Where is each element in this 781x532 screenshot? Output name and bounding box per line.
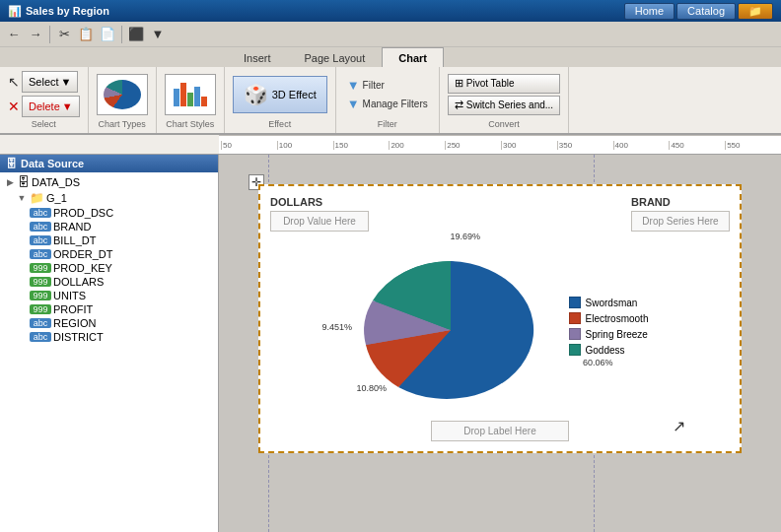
folder-icon-button[interactable]: 📁 xyxy=(738,3,773,20)
back-icon[interactable]: ← xyxy=(4,25,24,44)
home-button[interactable]: Home xyxy=(624,3,674,20)
chart-types-label: Chart Types xyxy=(99,117,146,129)
tree-item-brand[interactable]: abc BRAND xyxy=(0,220,218,233)
ribbon-tabs: Insert Page Layout Chart xyxy=(0,47,781,67)
expand-datads: ▶ xyxy=(4,177,16,187)
select-dropdown-icon: ▼ xyxy=(61,76,72,88)
paste-icon[interactable]: 📄 xyxy=(98,25,117,44)
ruler: 50 100 150 200 250 300 350 400 450 550 xyxy=(219,135,781,154)
cursor-icon: ↖ xyxy=(8,74,20,90)
convert-label: Convert xyxy=(488,117,520,129)
badge-orderdt: abc xyxy=(30,249,51,259)
badge-prodkey: 999 xyxy=(30,263,51,273)
tree-item-prodkey[interactable]: 999 PROD_KEY xyxy=(0,261,218,275)
value-drop-area[interactable]: Drop Value Here xyxy=(270,211,369,232)
manage-filter-icon: ▼ xyxy=(347,97,360,111)
chart-styles-content xyxy=(165,71,216,117)
app-icon: 📊 xyxy=(8,5,22,18)
tree: ▶ 🗄 DATA_DS ▼ 📁 G_1 abc PROD_DSC abc BRA… xyxy=(0,172,218,346)
label-1969: 19.69% xyxy=(451,232,481,241)
select-button[interactable]: Select ▼ xyxy=(22,71,78,93)
ribbon-chart-types-section: Chart Types xyxy=(89,67,157,133)
delete-button[interactable]: Delete ▼ xyxy=(22,96,80,117)
tree-item-district[interactable]: abc DISTRICT xyxy=(0,330,218,344)
ribbon-filter-section: ▼ Filter ▼ Manage Filters Filter xyxy=(336,67,440,133)
tree-item-dollars[interactable]: 999 DOLLARS xyxy=(0,275,218,289)
legend-color-goddess xyxy=(569,344,581,356)
title-bar: 📊 Sales by Region Home Catalog 📁 xyxy=(0,0,781,22)
pivot-icon: ⊞ xyxy=(455,77,463,90)
filter-content: ▼ Filter ▼ Manage Filters xyxy=(344,71,431,117)
db-icon: 🗄 xyxy=(18,175,30,189)
manage-filters-button[interactable]: ▼ Manage Filters xyxy=(344,96,431,112)
tree-item-units[interactable]: 999 UNITS xyxy=(0,289,218,302)
select-section-label: Select xyxy=(32,117,56,129)
delete-icon: ✕ xyxy=(8,99,20,114)
filter-label: Filter xyxy=(378,117,397,129)
badge-proddsc: abc xyxy=(30,208,51,218)
3d-icon: 🎲 xyxy=(244,83,268,106)
badge-brand: abc xyxy=(30,222,51,232)
badge-billdt: abc xyxy=(30,235,51,245)
forward-icon[interactable]: → xyxy=(26,25,45,44)
effect-3d-button[interactable]: 🎲 3D Effect xyxy=(233,76,327,113)
ribbon-chart-styles-section: Chart Styles xyxy=(157,67,225,133)
tree-item-region[interactable]: abc REGION xyxy=(0,316,218,330)
delete-dropdown-icon: ▼ xyxy=(62,100,73,112)
value-drop-zone[interactable]: DOLLARS Drop Value Here xyxy=(270,196,369,232)
legend-electrosmooth: Electrosmooth xyxy=(569,312,649,324)
tab-insert[interactable]: Insert xyxy=(227,47,288,67)
label-1080: 10.80% xyxy=(357,383,388,393)
copy-icon[interactable]: 📋 xyxy=(76,25,96,44)
tree-item-datads[interactable]: ▶ 🗄 DATA_DS xyxy=(0,174,218,190)
chart-wrapper: ✛ DOLLARS Drop Value Here BRAND Drop Ser… xyxy=(258,184,742,453)
label-9451: 9.451% xyxy=(322,322,353,332)
chart-types-content xyxy=(97,71,148,117)
badge-units: 999 xyxy=(30,291,51,300)
tree-item-profit[interactable]: 999 PROFIT xyxy=(0,302,218,316)
tab-chart[interactable]: Chart xyxy=(382,47,444,67)
datasource-icon: 🗄 xyxy=(6,158,17,169)
separator-1 xyxy=(49,26,50,43)
legend-color-swordsman xyxy=(569,297,581,308)
folder-g1-icon: 📁 xyxy=(30,191,44,205)
chart-legend: Swordsman Electrosmooth Spring Breeze xyxy=(569,297,649,356)
filter-button[interactable]: ▼ Filter xyxy=(344,77,431,94)
dropdown-icon[interactable]: ▼ xyxy=(148,25,168,44)
tree-item-proddsc[interactable]: abc PROD_DSC xyxy=(0,206,218,220)
tree-item-orderdt[interactable]: abc ORDER_DT xyxy=(0,247,218,261)
ribbon-convert-section: ⊞ Pivot Table ⇄ Switch Series and... Con… xyxy=(440,67,569,133)
badge-dollars: 999 xyxy=(30,277,51,287)
separator-2 xyxy=(121,26,122,43)
select-controls: ↖ Select ▼ ✕ Delete ▼ xyxy=(8,71,80,117)
ruler-area: 50 100 150 200 250 300 350 400 450 550 xyxy=(0,135,781,155)
ribbon-content: ↖ Select ▼ ✕ Delete ▼ Select xyxy=(0,67,781,135)
nav-buttons: Home Catalog 📁 xyxy=(624,3,773,20)
series-drop-area[interactable]: Drop Series Here xyxy=(631,211,730,232)
pivot-table-button[interactable]: ⊞ Pivot Table xyxy=(448,74,560,94)
tab-page-layout[interactable]: Page Layout xyxy=(288,47,383,67)
chart-style-thumbnail[interactable] xyxy=(165,74,216,115)
filter-group: ▼ Filter ▼ Manage Filters xyxy=(344,77,431,112)
toolbar-row: ← → ✂ 📋 📄 ⬛ ▼ xyxy=(0,22,781,47)
sidebar-header: 🗄 Data Source xyxy=(0,155,218,172)
cut-icon[interactable]: ✂ xyxy=(54,25,74,44)
badge-district: abc xyxy=(30,332,51,342)
label-drop-zone[interactable]: Drop Label Here xyxy=(431,421,569,441)
switch-series-button[interactable]: ⇄ Switch Series and... xyxy=(448,96,560,115)
effect-label: Effect xyxy=(268,117,291,129)
pie-chart-preview xyxy=(104,80,141,109)
format-icon[interactable]: ⬛ xyxy=(126,25,146,44)
tree-item-g1[interactable]: ▼ 📁 G_1 xyxy=(0,190,218,206)
expand-g1: ▼ xyxy=(16,193,28,203)
chart-canvas[interactable]: DOLLARS Drop Value Here BRAND Drop Serie… xyxy=(258,184,742,453)
effect-content: 🎲 3D Effect xyxy=(233,71,327,117)
label-6006: 60.06% xyxy=(583,358,613,367)
catalog-button[interactable]: Catalog xyxy=(676,3,736,20)
chart-type-thumbnail[interactable] xyxy=(97,74,148,115)
ribbon-effect-section: 🎲 3D Effect Effect xyxy=(225,67,336,133)
tree-item-billdt[interactable]: abc BILL_DT xyxy=(0,233,218,247)
pie-svg-container: 19.69% 9.451% 60.06% 10.80% xyxy=(352,241,549,411)
legend-color-electro xyxy=(569,312,581,324)
series-drop-zone[interactable]: BRAND Drop Series Here xyxy=(631,196,730,232)
